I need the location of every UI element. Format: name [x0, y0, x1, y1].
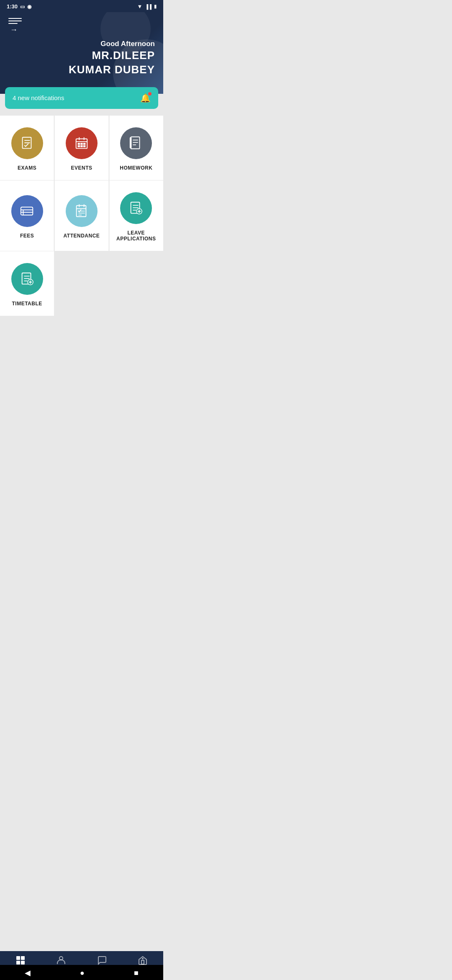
- leave-icon-circle: [120, 192, 152, 224]
- notification-text: 4 new notifications: [13, 94, 64, 101]
- greeting-text: Good Afternoon: [8, 39, 155, 49]
- wallet-icon: ◉: [27, 4, 31, 10]
- user-name-line1: MR.DILEEP: [8, 49, 155, 63]
- wifi-icon: ▼: [137, 3, 143, 10]
- exams-icon: [19, 135, 35, 151]
- fees-tile[interactable]: FEES: [0, 181, 54, 251]
- svg-rect-7: [78, 143, 80, 144]
- menu-arrow-icon: →: [10, 26, 22, 34]
- main-grid-row3: TimeTable: [0, 251, 163, 316]
- timetable-icon-circle: [11, 263, 43, 295]
- exams-label: EXAMS: [18, 165, 36, 171]
- homework-icon: [128, 135, 144, 151]
- events-tile[interactable]: EVENTS: [54, 116, 108, 180]
- svg-rect-12: [84, 145, 85, 147]
- attendance-icon: [74, 203, 90, 219]
- svg-rect-14: [130, 137, 131, 148]
- svg-rect-11: [81, 145, 82, 147]
- timetable-label: TimeTable: [12, 301, 42, 307]
- homework-tile[interactable]: HOMEWORK: [109, 116, 163, 180]
- menu-button[interactable]: →: [8, 18, 22, 34]
- notification-banner[interactable]: 4 new notifications 🔔: [5, 87, 158, 109]
- sim-icon: ▭: [20, 4, 25, 10]
- main-grid-row1: EXAMS EVENTS: [0, 116, 163, 180]
- leave-icon: [128, 200, 144, 216]
- svg-rect-18: [21, 207, 33, 215]
- user-name-line2: KUMAR DUBEY: [8, 63, 155, 77]
- leave-label: LEAVEAPPLICATIONS: [116, 230, 156, 242]
- timetable-tile[interactable]: TimeTable: [0, 251, 54, 316]
- attendance-label: ATTENDANCE: [64, 233, 100, 239]
- homework-label: HOMEWORK: [120, 165, 152, 171]
- status-time: 1:30: [7, 3, 18, 10]
- events-label: EVENTS: [71, 165, 92, 171]
- svg-rect-9: [84, 143, 85, 144]
- empty-cell-2: [109, 251, 163, 316]
- homework-icon-circle: [120, 127, 152, 159]
- header: → Good Afternoon MR.DILEEP KUMAR DUBEY: [0, 12, 163, 94]
- signal-icon: ▐▐: [145, 4, 152, 9]
- exams-icon-circle: [11, 127, 43, 159]
- events-icon-circle: [66, 127, 98, 159]
- battery-icon: ▮: [154, 4, 157, 9]
- fees-icon: [19, 203, 35, 219]
- attendance-tile[interactable]: ATTENDANCE: [54, 181, 108, 251]
- notification-dot: [148, 92, 152, 95]
- fees-icon-circle: [11, 195, 43, 227]
- svg-rect-13: [131, 137, 140, 149]
- timetable-icon: [19, 271, 35, 287]
- notification-bell-icon: 🔔: [140, 93, 151, 103]
- svg-rect-8: [81, 143, 82, 144]
- attendance-icon-circle: [66, 195, 98, 227]
- leave-applications-tile[interactable]: LEAVEAPPLICATIONS: [109, 181, 163, 251]
- fees-label: FEES: [20, 233, 34, 239]
- svg-rect-10: [78, 145, 80, 147]
- exams-tile[interactable]: EXAMS: [0, 116, 54, 180]
- main-grid-row2: FEES ATTENDANCE: [0, 181, 163, 251]
- events-icon: [74, 135, 90, 151]
- empty-cell-1: [54, 251, 108, 316]
- status-bar: 1:30 ▭ ◉ ▼ ▐▐ ▮: [0, 0, 163, 12]
